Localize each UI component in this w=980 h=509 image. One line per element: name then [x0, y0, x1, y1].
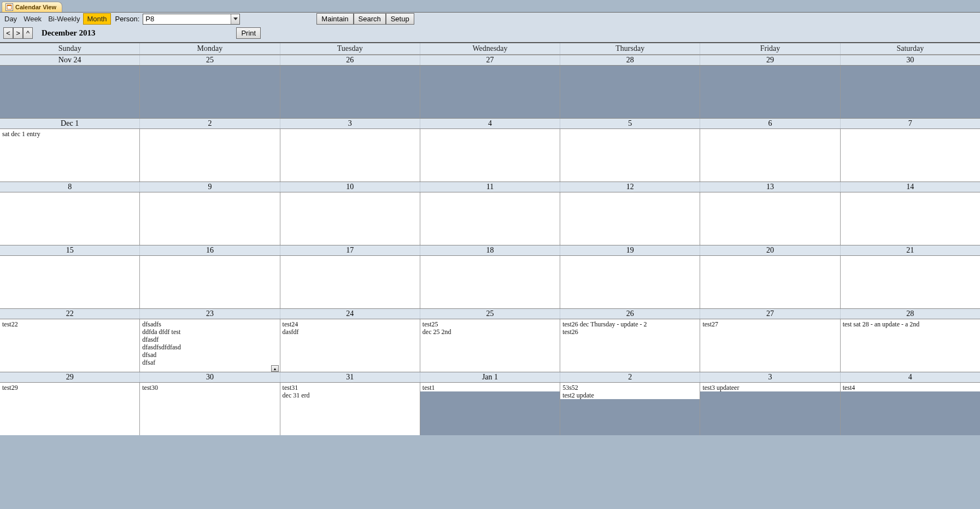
day-cell[interactable]: [700, 192, 840, 245]
date-cell[interactable]: 14: [841, 182, 980, 192]
event-entry[interactable]: test2 update: [561, 391, 700, 399]
setup-button[interactable]: Setup: [386, 13, 414, 25]
event-entry[interactable]: dfsaf: [141, 359, 279, 366]
day-cell[interactable]: test31dec 31 erd: [280, 383, 420, 435]
event-entry[interactable]: test26: [561, 328, 700, 336]
date-cell[interactable]: 6: [700, 119, 840, 128]
tab-calendar-view[interactable]: Calendar View: [2, 2, 62, 12]
date-cell[interactable]: 10: [280, 182, 420, 192]
date-cell[interactable]: 31: [280, 372, 420, 382]
date-cell[interactable]: 16: [140, 245, 280, 255]
day-cell[interactable]: [140, 129, 280, 182]
day-cell[interactable]: test30: [140, 383, 280, 435]
date-cell[interactable]: Dec 1: [0, 119, 140, 128]
date-cell[interactable]: 8: [0, 182, 140, 192]
date-cell[interactable]: 24: [280, 309, 420, 319]
view-week[interactable]: Week: [20, 14, 45, 24]
day-cell[interactable]: [560, 129, 700, 182]
day-cell[interactable]: test29: [0, 383, 140, 435]
date-cell[interactable]: 11: [420, 182, 560, 192]
day-cell[interactable]: [0, 256, 140, 308]
event-entry[interactable]: dec 31 erd: [281, 391, 420, 399]
day-cell[interactable]: [280, 129, 420, 182]
day-cell[interactable]: [420, 66, 560, 118]
day-cell[interactable]: test3 updateer: [700, 383, 840, 435]
day-cell[interactable]: [560, 66, 700, 118]
day-cell[interactable]: [700, 66, 840, 118]
day-cell[interactable]: 53s52test2 update: [560, 383, 700, 435]
day-cell[interactable]: test22: [0, 319, 140, 372]
today-button[interactable]: ^: [23, 27, 33, 39]
date-cell[interactable]: 3: [700, 372, 840, 382]
date-cell[interactable]: 25: [420, 309, 560, 319]
dropdown-icon[interactable]: [231, 14, 239, 24]
date-cell[interactable]: 21: [841, 245, 980, 255]
day-cell[interactable]: [841, 192, 980, 245]
date-cell[interactable]: Nov 24: [0, 55, 140, 65]
day-cell[interactable]: test26 dec Thursday - update - 2test26: [560, 319, 700, 372]
date-cell[interactable]: 22: [0, 309, 140, 319]
view-day[interactable]: Day: [1, 14, 20, 24]
date-cell[interactable]: 26: [560, 309, 700, 319]
day-cell[interactable]: [420, 192, 560, 245]
date-cell[interactable]: 17: [280, 245, 420, 255]
date-cell[interactable]: 20: [700, 245, 840, 255]
date-cell[interactable]: 3: [280, 119, 420, 128]
date-cell[interactable]: 30: [140, 372, 280, 382]
day-cell[interactable]: [700, 129, 840, 182]
event-entry[interactable]: test25: [421, 320, 560, 328]
date-cell[interactable]: 19: [560, 245, 700, 255]
event-entry[interactable]: 53s52: [561, 384, 700, 391]
day-cell[interactable]: [280, 66, 420, 118]
date-cell[interactable]: 9: [140, 182, 280, 192]
event-entry[interactable]: test sat 28 - an update - a 2nd: [842, 320, 980, 328]
event-entry[interactable]: dfsadfs: [141, 320, 279, 328]
prev-button[interactable]: <: [3, 27, 13, 39]
event-entry[interactable]: dec 25 2nd: [421, 328, 560, 336]
day-cell[interactable]: [140, 192, 280, 245]
event-entry[interactable]: test30: [141, 384, 279, 391]
maintain-button[interactable]: Maintain: [316, 13, 353, 25]
day-cell[interactable]: [420, 256, 560, 308]
day-cell[interactable]: test1: [420, 383, 560, 435]
event-entry[interactable]: dfasdfsdfdfasd: [141, 343, 279, 351]
day-cell[interactable]: test27: [700, 319, 840, 372]
date-cell[interactable]: 28: [841, 309, 980, 319]
person-select[interactable]: P8: [143, 14, 240, 25]
date-cell[interactable]: 30: [841, 55, 980, 65]
view-biweekly[interactable]: Bi-Weekly: [45, 14, 83, 24]
day-cell[interactable]: [560, 256, 700, 308]
event-entry[interactable]: test24: [281, 320, 420, 328]
more-events-button[interactable]: ▴: [271, 365, 279, 372]
view-month[interactable]: Month: [83, 13, 110, 25]
date-cell[interactable]: 29: [0, 372, 140, 382]
day-cell[interactable]: test24dasfdf: [280, 319, 420, 372]
date-cell[interactable]: 5: [560, 119, 700, 128]
event-entry[interactable]: dasfdf: [281, 328, 420, 336]
print-button[interactable]: Print: [236, 27, 261, 39]
day-cell[interactable]: test25dec 25 2nd: [420, 319, 560, 372]
day-cell[interactable]: [140, 256, 280, 308]
date-cell[interactable]: 25: [140, 55, 280, 65]
day-cell[interactable]: test4: [841, 383, 980, 435]
date-cell[interactable]: 26: [280, 55, 420, 65]
date-cell[interactable]: 18: [420, 245, 560, 255]
event-entry[interactable]: test1: [421, 384, 560, 391]
event-entry[interactable]: dfasdf: [141, 336, 279, 343]
day-cell[interactable]: [841, 66, 980, 118]
date-cell[interactable]: 29: [700, 55, 840, 65]
event-entry[interactable]: test3 updateer: [701, 384, 840, 391]
day-cell[interactable]: [280, 192, 420, 245]
event-entry[interactable]: test4: [842, 384, 980, 391]
day-cell[interactable]: sat dec 1 entry: [0, 129, 140, 182]
event-entry[interactable]: test29: [1, 384, 139, 391]
day-cell[interactable]: [280, 256, 420, 308]
event-entry[interactable]: test26 dec Thursday - update - 2: [561, 320, 700, 328]
date-cell[interactable]: 2: [560, 372, 700, 382]
day-cell[interactable]: [560, 192, 700, 245]
date-cell[interactable]: 28: [560, 55, 700, 65]
event-entry[interactable]: test27: [701, 320, 840, 328]
day-cell[interactable]: [700, 256, 840, 308]
date-cell[interactable]: 4: [420, 119, 560, 128]
date-cell[interactable]: 12: [560, 182, 700, 192]
